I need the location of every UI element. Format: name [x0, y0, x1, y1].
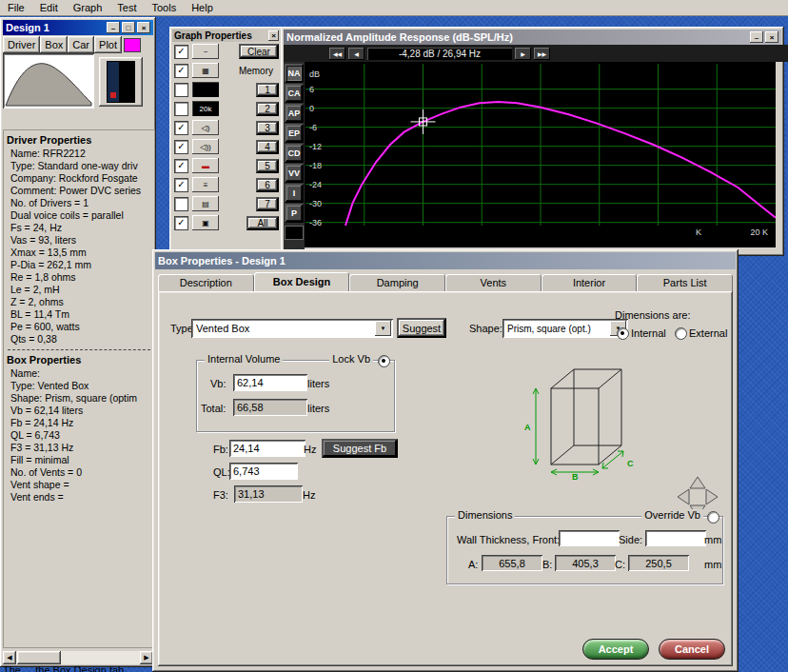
memory-7-button[interactable]: 7	[256, 197, 279, 211]
memory-all-button[interactable]: All	[246, 216, 279, 230]
accept-button[interactable]: Accept	[582, 639, 649, 660]
internal-radio-label[interactable]: Internal	[631, 327, 666, 339]
tab-damping[interactable]: Damping	[349, 274, 445, 291]
memory-3-button[interactable]: 3	[256, 121, 279, 135]
menu-graph[interactable]: Graph	[66, 1, 110, 14]
graph-type-vv-button[interactable]: VV	[285, 164, 304, 183]
properties-list[interactable]: Driver Properties Name: RFR2212 Type: St…	[3, 129, 155, 648]
lock-vb-label[interactable]: Lock Vb	[329, 353, 373, 365]
menu-edit[interactable]: Edit	[32, 1, 66, 14]
wall-side-field[interactable]	[645, 530, 706, 546]
driver-icon-button[interactable]	[99, 57, 143, 107]
menu-file[interactable]: File	[0, 1, 32, 14]
box-shape-value: Prism, square (opt.)	[502, 324, 608, 334]
cancel-button[interactable]: Cancel	[659, 639, 725, 660]
vb-field[interactable]	[233, 374, 307, 391]
close-icon[interactable]: ×	[765, 31, 778, 43]
dialog-titlebar[interactable]: Box Properties - Design 1	[155, 252, 736, 269]
response-preview-thumbnail[interactable]	[3, 53, 94, 109]
graph-item-checkbox[interactable]: ✓	[174, 216, 188, 230]
tab-vents[interactable]: Vents	[445, 274, 542, 291]
graph-item-checkbox[interactable]: ✓	[174, 45, 188, 59]
memory-4-button[interactable]: 4	[256, 140, 279, 154]
ql-field[interactable]	[229, 463, 298, 480]
graph-item-checkbox[interactable]	[174, 102, 188, 116]
minimize-icon[interactable]: –	[107, 22, 120, 33]
graph-type-ep-button[interactable]: EP	[285, 124, 304, 143]
graph-window-titlebar[interactable]: Normalized Amplitude Response (dB-SPL/Hz…	[284, 30, 781, 45]
graph-properties-titlebar[interactable]: Graph Properties ×	[172, 30, 281, 42]
graph-type-cd-button[interactable]: CD	[285, 144, 304, 163]
tab-parts-list[interactable]: Parts List	[637, 274, 733, 291]
design-window-titlebar[interactable]: Design 1 – □ ×	[3, 20, 153, 35]
property-line: Fb = 24,14 Hz	[7, 417, 151, 429]
fast-forward-icon[interactable]: ▶▶	[534, 48, 550, 60]
scroll-right-icon[interactable]: ▶	[140, 651, 153, 664]
tab-box-design[interactable]: Box Design	[254, 272, 350, 291]
property-line: BL = 11,4 Tm	[7, 308, 151, 321]
override-vb-radio[interactable]	[707, 511, 719, 524]
tab-plot[interactable]: Plot	[94, 36, 122, 53]
response-plot[interactable]: dB60-6-12-18-24-30-36	[305, 64, 776, 226]
override-vb-label[interactable]: Override Vb	[641, 509, 703, 521]
menu-help[interactable]: Help	[184, 1, 221, 14]
scroll-left-icon[interactable]: ◀	[3, 651, 16, 664]
graph-item-checkbox[interactable]	[174, 197, 188, 211]
close-icon[interactable]: ×	[268, 30, 279, 41]
lock-vb-radio[interactable]	[378, 355, 390, 367]
graph-item-checkbox[interactable]: ✓	[174, 121, 188, 135]
graph-item-row: ✓ ≡ 6	[172, 175, 281, 194]
box-shape-select[interactable]: Prism, square (opt.) ▼	[502, 319, 628, 338]
graph-item-checkbox[interactable]: ✓	[174, 64, 188, 78]
tab-driver[interactable]: Driver	[3, 36, 40, 53]
tab-box[interactable]: Box	[40, 36, 68, 53]
plot-color-swatch[interactable]	[124, 38, 141, 52]
wall-front-field[interactable]	[559, 530, 620, 546]
fast-rewind-icon[interactable]: ◀◀	[329, 48, 345, 60]
mini-response-icon[interactable]	[285, 226, 304, 240]
internal-radio[interactable]	[617, 327, 629, 340]
memory-2-button[interactable]: 2	[256, 102, 279, 116]
clear-button[interactable]: Clear	[239, 44, 279, 59]
fb-label: Fb:	[213, 444, 228, 455]
graph-type-na-button[interactable]: NA	[285, 64, 304, 83]
graph-type-ap-button[interactable]: AP	[285, 104, 304, 123]
property-line: Vent ends =	[7, 491, 151, 504]
chevron-down-icon[interactable]: ▼	[375, 321, 391, 336]
suggest-button[interactable]: Suggest	[397, 318, 446, 338]
graph-type-ca-button[interactable]: CA	[285, 84, 304, 103]
tab-car[interactable]: Car	[68, 36, 94, 53]
step-forward-icon[interactable]: ▶	[515, 48, 531, 60]
maximize-icon[interactable]: □	[122, 22, 135, 33]
property-line: Fs = 24, Hz	[7, 222, 151, 234]
step-back-icon[interactable]: ◀	[348, 48, 364, 60]
external-radio[interactable]	[675, 327, 687, 340]
minimize-icon[interactable]: –	[750, 31, 763, 43]
close-icon[interactable]: ×	[137, 22, 150, 33]
menu-tools[interactable]: Tools	[144, 1, 184, 14]
dimension-b-label: B	[572, 472, 579, 481]
graph-item-checkbox[interactable]	[174, 83, 188, 97]
combined-display-icon: ▣	[192, 215, 219, 230]
memory-1-button[interactable]: 1	[256, 83, 279, 97]
suggest-fb-button[interactable]: Suggest Fb	[322, 439, 398, 458]
tab-interior[interactable]: Interior	[542, 274, 638, 291]
menu-test[interactable]: Test	[109, 1, 144, 14]
graph-item-checkbox[interactable]: ✓	[174, 159, 188, 173]
external-radio-label[interactable]: External	[689, 327, 727, 339]
tab-description[interactable]: Description	[158, 274, 254, 291]
fb-field[interactable]	[229, 440, 305, 457]
graph-item-checkbox[interactable]: ✓	[174, 140, 188, 154]
box-type-select[interactable]: Vented Box ▼	[191, 319, 393, 338]
horizontal-scrollbar[interactable]: ◀ ▶	[3, 651, 153, 664]
svg-text:-12: -12	[309, 142, 322, 151]
graph-type-strip: NA CA AP EP CD VV I P	[284, 62, 305, 249]
scrollbar-thumb[interactable]	[17, 651, 61, 664]
memory-6-button[interactable]: 6	[256, 178, 279, 192]
memory-5-button[interactable]: 5	[256, 159, 279, 173]
graph-item-checkbox[interactable]: ✓	[174, 178, 188, 192]
dim-a-label: A:	[468, 559, 478, 570]
graph-item-row: ✓ ◁) 3	[172, 118, 281, 137]
graph-type-p-button[interactable]: P	[285, 204, 304, 223]
graph-type-i-button[interactable]: I	[285, 184, 304, 203]
